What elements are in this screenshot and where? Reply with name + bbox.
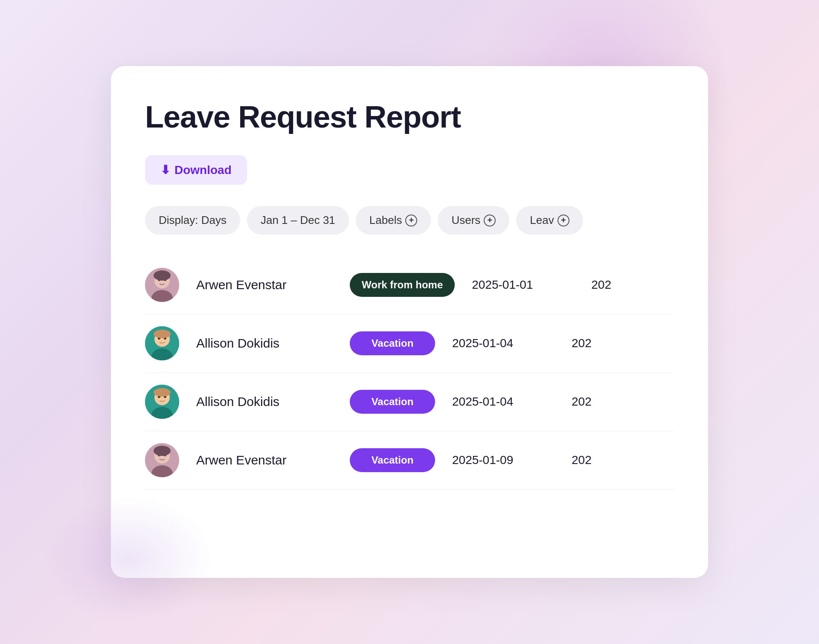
filter-leave[interactable]: Leav + [516,206,583,235]
end-date-partial: 202 [572,395,592,409]
start-date: 2025-01-04 [452,395,555,409]
filters-row: Display: Days Jan 1 – Dec 31 Labels + Us… [145,206,674,235]
avatar [145,326,179,360]
filter-users[interactable]: Users + [438,206,509,235]
svg-point-23 [154,446,171,456]
main-card: Leave Request Report ⬇ Download Display:… [111,66,708,578]
leave-badge: Vacation [350,390,435,414]
avatar [145,268,179,302]
download-button[interactable]: ⬇ Download [145,155,247,185]
download-icon: ⬇ [160,163,170,177]
leave-plus-icon: + [558,215,569,226]
table-row: Allison Dokidis Vacation 2025-01-04 202 [145,314,674,373]
end-date-partial: 202 [591,278,611,292]
person-name: Allison Dokidis [196,395,333,409]
end-date-partial: 202 [572,453,592,467]
filter-display[interactable]: Display: Days [145,206,240,235]
filter-labels-label: Labels [369,214,402,227]
table-row: Arwen Evenstar Vacation 2025-01-09 202 [145,431,674,490]
filter-date-range[interactable]: Jan 1 – Dec 31 [247,206,349,235]
labels-plus-icon: + [405,215,417,226]
leave-badge: Vacation [350,331,435,355]
svg-point-5 [154,270,171,281]
end-date-partial: 202 [572,337,592,350]
filter-leave-label: Leav [530,214,554,227]
filter-date-range-label: Jan 1 – Dec 31 [261,214,335,227]
person-name: Allison Dokidis [196,336,333,351]
avatar [145,385,179,419]
filter-display-label: Display: Days [159,214,227,227]
start-date: 2025-01-09 [452,453,555,467]
avatar [145,443,179,477]
person-name: Arwen Evenstar [196,453,333,467]
table-row: Allison Dokidis Vacation 2025-01-04 202 [145,373,674,431]
person-name: Arwen Evenstar [196,278,333,292]
svg-point-17 [154,388,171,397]
table-container: Arwen Evenstar Work from home 2025-01-01… [145,256,674,490]
filter-labels[interactable]: Labels + [356,206,431,235]
leave-badge: Work from home [350,273,455,297]
download-label: Download [174,163,232,177]
page-title: Leave Request Report [145,100,674,134]
leave-badge: Vacation [350,448,435,472]
start-date: 2025-01-01 [472,278,574,292]
start-date: 2025-01-04 [452,337,555,350]
users-plus-icon: + [484,215,496,226]
filter-users-label: Users [451,214,480,227]
table-row: Arwen Evenstar Work from home 2025-01-01… [145,256,674,314]
